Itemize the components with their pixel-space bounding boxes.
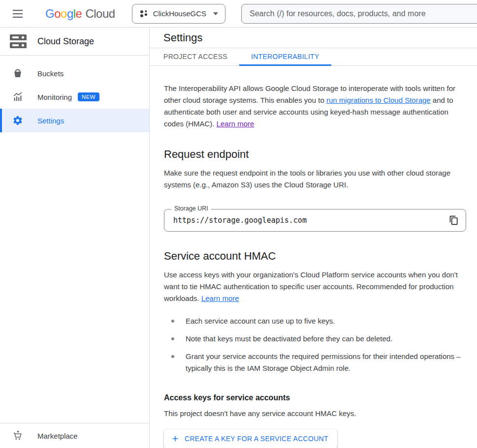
create-key-button[interactable]: CREATE A KEY FOR A SERVICE ACCOUNT (164, 429, 337, 448)
sidebar-footer: Marketplace (0, 423, 149, 448)
sidebar-item-monitoring[interactable]: Monitoring NEW (0, 85, 149, 109)
top-bar: G o o g l e Cloud ClickHouseGCS (0, 0, 477, 28)
storage-uri-field: Storage URI https://storage.googleapis.c… (164, 209, 466, 232)
hamburger-icon (13, 10, 23, 18)
service-account-hmac-heading: Service account HMAC (164, 250, 466, 263)
google-cloud-logo[interactable]: G o o g l e Cloud (45, 7, 115, 21)
sidebar-product-title: Cloud Storage (37, 36, 94, 47)
sidebar-item-buckets[interactable]: Buckets (0, 61, 149, 85)
hamburger-menu-button[interactable] (8, 4, 28, 24)
sidebar-nav: Buckets Monitoring NEW (0, 56, 149, 132)
main-content: Settings PROJECT ACCESS INTEROPERABILITY… (150, 28, 477, 448)
tab-bar: PROJECT ACCESS INTEROPERABILITY (150, 48, 477, 66)
list-item: Each service account can use up to five … (164, 315, 466, 327)
storage-uri-label: Storage URI (171, 205, 211, 212)
monitoring-icon (12, 91, 24, 103)
page-header: Settings (150, 28, 477, 48)
project-name-label: ClickHouseGCS (153, 9, 206, 18)
gear-icon (12, 115, 24, 126)
tab-content: The Interoperability API allows Google C… (150, 66, 477, 448)
list-item: Note that keys must be deactivated befor… (164, 333, 466, 345)
logo-cloud-word: Cloud (85, 7, 115, 21)
copy-icon (449, 215, 459, 225)
sidebar-item-settings[interactable]: Settings (0, 109, 149, 132)
create-key-button-label: CREATE A KEY FOR A SERVICE ACCOUNT (185, 435, 328, 443)
project-selector-button[interactable]: ClickHouseGCS (132, 4, 225, 24)
sidebar-item-label: Settings (37, 117, 64, 125)
chevron-down-icon (213, 12, 218, 15)
service-account-hmac-paragraph: Use access keys with your organization's… (164, 269, 466, 304)
plus-icon (171, 434, 180, 443)
logo-letter: g (67, 7, 73, 21)
marketplace-cart-icon (12, 430, 24, 442)
new-badge: NEW (78, 92, 99, 101)
sidebar-item-label: Buckets (37, 69, 64, 78)
sidebar-item-marketplace[interactable]: Marketplace (0, 423, 149, 448)
bucket-icon (12, 67, 24, 79)
logo-letter: e (76, 7, 82, 21)
sidebar: Cloud Storage Buckets (0, 28, 150, 448)
logo-letter: o (54, 7, 61, 21)
list-item: Grant your service accounts the required… (164, 351, 466, 374)
request-endpoint-paragraph: Make sure the request endpoint in the to… (164, 167, 466, 191)
page-title: Settings (163, 31, 203, 44)
logo-letter: o (61, 7, 67, 21)
cloud-storage-icon (9, 34, 28, 49)
run-migrations-link[interactable]: run migrations to Cloud Storage (326, 96, 431, 104)
tab-interoperability[interactable]: INTEROPERABILITY (239, 48, 331, 66)
intro-paragraph: The Interoperability API allows Google C… (164, 83, 466, 130)
project-dots-icon (139, 9, 148, 18)
logo-letter: G (45, 7, 54, 21)
sidebar-header: Cloud Storage (0, 28, 149, 56)
storage-uri-value: https://storage.googleapis.com (164, 216, 445, 225)
interoperability-learn-more-link[interactable]: Learn more (217, 119, 254, 128)
tab-project-access[interactable]: PROJECT ACCESS (152, 48, 239, 66)
sidebar-item-label: Marketplace (37, 432, 78, 440)
sidebar-spacer (0, 132, 149, 423)
copy-button[interactable] (445, 211, 463, 229)
hmac-bullet-list: Each service account can use up to five … (164, 315, 466, 374)
global-search-box[interactable] (241, 4, 477, 24)
access-keys-heading: Access keys for service accounts (164, 393, 466, 402)
request-endpoint-heading: Request endpoint (164, 148, 466, 161)
no-keys-message: This project doesn't have any service ac… (164, 408, 466, 419)
sidebar-item-label: Monitoring (37, 93, 72, 101)
search-input[interactable] (242, 9, 477, 18)
hmac-learn-more-link[interactable]: Learn more (201, 294, 239, 302)
